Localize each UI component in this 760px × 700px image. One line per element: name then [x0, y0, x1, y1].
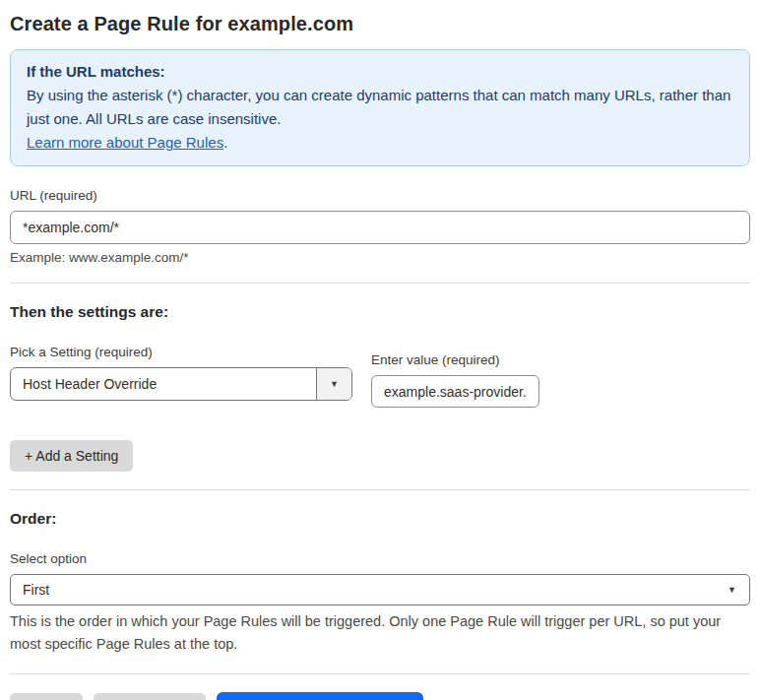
link-period: . [223, 134, 227, 151]
save-deploy-button[interactable]: Save and Deploy Page Rule [217, 692, 423, 700]
url-field-label: URL (required) [10, 188, 750, 203]
footer-actions: Cancel Save as Draft Save and Deploy Pag… [10, 692, 750, 700]
order-helper-text: This is the order in which your Page Rul… [10, 610, 750, 656]
order-select[interactable]: First ▼ [10, 574, 750, 605]
settings-section-heading: Then the settings are: [10, 303, 750, 321]
learn-more-link[interactable]: Learn more about Page Rules [27, 134, 223, 151]
info-box-heading: If the URL matches: [27, 60, 733, 84]
setting-select-group: Pick a Setting (required) Host Header Ov… [10, 345, 352, 401]
url-input[interactable] [10, 211, 750, 244]
divider [10, 283, 750, 284]
cancel-button[interactable]: Cancel [10, 693, 83, 700]
add-setting-button[interactable]: + Add a Setting [10, 440, 133, 472]
setting-value-group: Enter value (required) [371, 345, 539, 408]
setting-value-input[interactable] [371, 375, 539, 408]
url-field-group: URL (required) Example: www.example.com/… [10, 188, 750, 265]
save-draft-button[interactable]: Save as Draft [94, 693, 207, 700]
order-section-heading: Order: [10, 510, 750, 528]
chevron-down-icon: ▼ [316, 368, 351, 400]
setting-select-label: Pick a Setting (required) [10, 345, 352, 359]
settings-row: Pick a Setting (required) Host Header Ov… [10, 345, 750, 408]
page-title: Create a Page Rule for example.com [10, 13, 750, 35]
setting-select[interactable]: Host Header Override ▼ [10, 367, 352, 401]
order-select-group: Select option First ▼ This is the order … [10, 551, 750, 656]
setting-value-label: Enter value (required) [371, 352, 539, 367]
order-select-value: First [11, 575, 728, 605]
url-example-helper: Example: www.example.com/* [10, 250, 750, 265]
setting-select-value: Host Header Override [11, 368, 316, 400]
info-box-link-line: Learn more about Page Rules. [27, 131, 733, 155]
divider [10, 489, 750, 490]
divider [10, 673, 750, 674]
url-matches-info-box: If the URL matches: By using the asteris… [10, 49, 750, 166]
chevron-down-icon: ▼ [728, 575, 749, 605]
info-box-body: By using the asterisk (*) character, you… [27, 84, 733, 131]
order-select-label: Select option [10, 551, 750, 566]
